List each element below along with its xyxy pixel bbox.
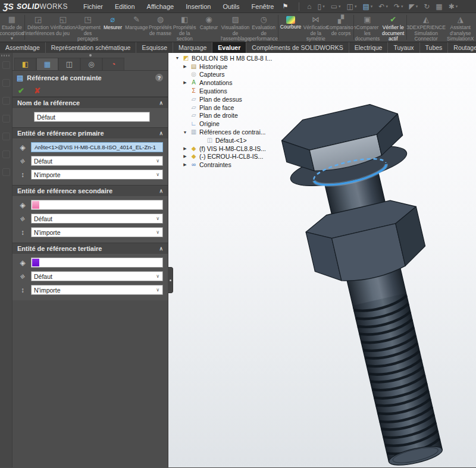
performance-evaluation-button[interactable]: ◷ Evaluation de performance	[250, 13, 277, 42]
secondary-alignment-select[interactable]: N'importe ∨	[31, 227, 163, 237]
section-header-name[interactable]: Nom de la référence ∧	[12, 97, 168, 109]
left-toolbar-icon[interactable]	[2, 79, 10, 87]
tertiary-alignment-select[interactable]: N'importe ∨	[31, 285, 163, 295]
body-compare-button[interactable]: ▞ Comparaison de corps	[329, 13, 353, 42]
left-toolbar-icon[interactable]	[2, 97, 10, 105]
featuremanager-tab[interactable]: ◧	[14, 58, 36, 70]
tree-expand-arrow[interactable]: ▶	[182, 162, 188, 167]
tree-item-history[interactable]: ▶ ▤ Historique	[174, 62, 272, 71]
tree-item-mate-references-folder[interactable]: ▼ ▥ Références de contrai...	[174, 128, 272, 136]
tree-item-sensors[interactable]: ◎ Capteurs	[174, 71, 272, 79]
menu-item[interactable]: Insertion	[180, 0, 217, 13]
left-toolbar-icon[interactable]	[2, 61, 10, 69]
file-properties-icon[interactable]: ▦	[433, 0, 445, 13]
open-document-icon[interactable]: ▭ ▾	[328, 0, 344, 13]
assembly-visualization-button[interactable]: ▨ Visualisation de l'assemblage	[221, 13, 250, 42]
tree-expand-arrow[interactable]: ▶	[182, 154, 188, 159]
menu-item[interactable]: Edition	[109, 0, 141, 13]
tab-electrique[interactable]: Electrique	[349, 42, 389, 53]
tree-expand-arrow[interactable]: ▶	[182, 64, 188, 69]
tree-item-mates[interactable]: ▶ ∞ Contraintes	[174, 161, 272, 169]
tree-expand-arrow[interactable]: ▶	[182, 146, 188, 151]
print-icon[interactable]: ▤ ▾	[359, 0, 375, 13]
select-icon[interactable]: ◤ ▾	[406, 0, 421, 13]
left-toolbar-icon[interactable]	[2, 168, 10, 176]
tree-item-part-ecrou[interactable]: ▶ ◆ (-) ECROU-H-CL8-IS...	[174, 153, 272, 161]
tab-esquisse[interactable]: Esquisse	[136, 42, 173, 53]
left-toolbar-icon[interactable]	[2, 115, 10, 123]
tree-expand-arrow[interactable]: ▼	[182, 130, 188, 134]
left-toolbar-icon[interactable]	[2, 133, 10, 140]
curvature-button[interactable]: Courbure	[279, 13, 303, 42]
tertiary-mate-type-select[interactable]: Défaut ∨	[31, 271, 163, 281]
tab-assemblage[interactable]: Assemblage	[0, 42, 46, 53]
chevron-down-icon[interactable]: ▼	[10, 37, 14, 40]
rebuild-icon[interactable]: ↻	[421, 0, 433, 13]
chevron-down-icon[interactable]: ▾	[401, 4, 403, 9]
section-properties-button[interactable]: ◧ Propriétés de la section	[172, 13, 196, 42]
left-toolbar-icon[interactable]	[2, 150, 10, 158]
tab-evaluer[interactable]: Evaluer	[212, 42, 246, 53]
compare-documents-button[interactable]: ▣ Comparer les documents	[355, 13, 381, 42]
configurationmanager-tab[interactable]: ◫	[58, 58, 80, 70]
measure-button[interactable]: ⌀ Mesurer	[101, 13, 124, 42]
undo-icon[interactable]: ↶ ▾	[375, 0, 391, 13]
reference-name-input[interactable]	[34, 112, 150, 122]
tab-representation-schematique[interactable]: Représentation schématique	[46, 42, 137, 53]
tree-item-equations[interactable]: Σ Equations	[174, 87, 272, 95]
propertymanager-tab[interactable]: ▦	[36, 58, 58, 70]
collapse-caret-icon[interactable]: ∧	[159, 100, 163, 106]
hole-alignment-button[interactable]: ◳ Alignement des perçages	[75, 13, 101, 42]
tree-item-assembly-root[interactable]: ▼ ◩ BOULON SB H M8 CL8-8 I...	[174, 54, 272, 62]
home-icon[interactable]: ⌂	[304, 0, 314, 13]
primary-alignment-select[interactable]: N'importe ∨	[31, 169, 163, 180]
symmetry-check-button[interactable]: ⋈ Vérification de la symétrie	[303, 13, 329, 42]
options-gear-icon[interactable]: ✱ ▾	[446, 0, 461, 13]
chevron-down-icon[interactable]: ▾	[322, 4, 325, 9]
cam-manager-tab[interactable]: ◔	[102, 58, 124, 70]
section-header-tertiary[interactable]: Entité de référence tertiaire ∧	[12, 243, 168, 255]
design-study-button[interactable]: ▦ Etude de conception ▼	[0, 13, 24, 42]
menu-item[interactable]: Outils	[217, 0, 245, 13]
chevron-down-icon[interactable]: ▾	[386, 4, 388, 9]
help-icon[interactable]: ?	[155, 74, 163, 81]
menu-item[interactable]: Fenêtre	[246, 0, 280, 13]
chevron-down-icon[interactable]: ▾	[416, 4, 418, 9]
tree-item-plane-front[interactable]: ▱ Plan de face	[174, 103, 272, 112]
toolbar-grip[interactable]	[1, 55, 11, 56]
tab-tuyaux[interactable]: Tuyaux	[388, 42, 419, 53]
graphics-area[interactable]: ▼ ◩ BOULON SB H M8 CL8-8 I... ▶ ▤ Histor…	[168, 53, 476, 467]
save-icon[interactable]: ◫ ▾	[344, 0, 360, 13]
section-header-secondary[interactable]: Entité de référence secondaire ∧	[12, 185, 168, 197]
3dexperience-simulation-connector-button[interactable]: ◭ 3DEXPERIENCE Simulation Connector	[408, 13, 445, 42]
secondary-mate-type-select[interactable]: Défaut ∨	[31, 213, 163, 224]
tree-item-annotations[interactable]: ▶ A Annotations	[174, 78, 272, 87]
new-document-icon[interactable]: ▯ ▾	[315, 0, 328, 13]
sensor-button[interactable]: ◉ Capteur	[197, 13, 221, 42]
tree-item-part-vis[interactable]: ▶ ◆ (f) VIS H-M8-CL8.8-IS...	[174, 145, 272, 153]
collapse-caret-icon[interactable]: ∧	[159, 246, 163, 252]
mass-properties-button[interactable]: ◍ Propriétés de masse	[148, 13, 172, 42]
interference-detection-button[interactable]: ◲ Détection d'interférences	[25, 13, 51, 42]
ok-button[interactable]: ✔	[18, 86, 24, 95]
chevron-down-icon[interactable]: ▾	[355, 4, 357, 9]
tree-item-origin[interactable]: ∟ Origine	[174, 120, 272, 128]
panel-grip[interactable]	[12, 53, 168, 58]
check-active-document-button[interactable]: ✔ Vérifier le document actif ▼	[380, 13, 406, 42]
collapse-caret-icon[interactable]: ∧	[159, 130, 163, 136]
primary-mate-type-select[interactable]: Défaut ∨	[31, 156, 163, 166]
secondary-reference-selection-list[interactable]	[31, 200, 163, 210]
cancel-button[interactable]: ✘	[34, 86, 40, 95]
redo-icon[interactable]: ↷ ▾	[391, 0, 406, 13]
tab-routage-utilisateur[interactable]: Routage défini par l'utilisateur	[448, 42, 476, 53]
collapse-caret-icon[interactable]: ∧	[159, 188, 163, 194]
tab-marquage[interactable]: Marquage	[173, 42, 212, 53]
section-header-primary[interactable]: Entité de référence primaire ∧	[12, 127, 168, 139]
displaymanager-tab[interactable]: ◎	[80, 58, 102, 70]
simulationx-analysis-assistant-button[interactable]: ◮ Assistant d'analyse SimulationX	[444, 13, 476, 42]
tab-tubes[interactable]: Tubes	[420, 42, 449, 53]
tertiary-reference-selection-list[interactable]	[31, 257, 163, 268]
tab-complements-solidworks[interactable]: Compléments de SOLIDWORKS	[246, 42, 349, 53]
chevron-down-icon[interactable]: ▾	[339, 4, 341, 9]
tree-expand-arrow[interactable]: ▼	[174, 56, 180, 60]
